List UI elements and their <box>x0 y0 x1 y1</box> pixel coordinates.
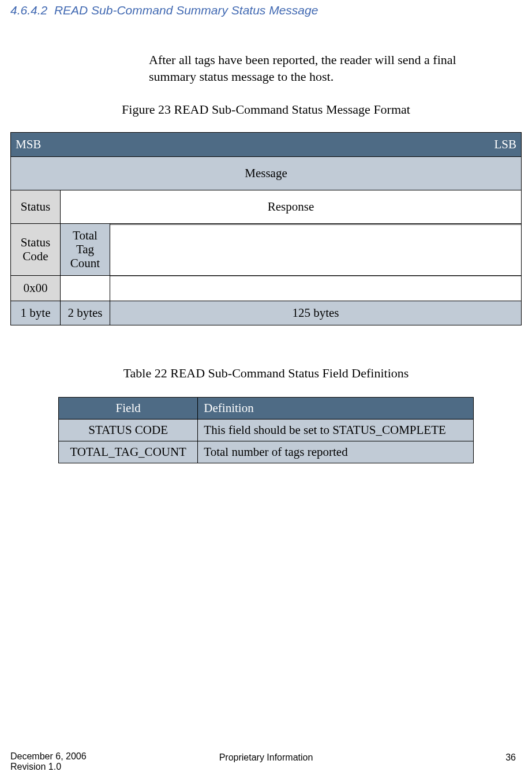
message-format-table: MSB LSB Message Status Response Status C… <box>10 132 522 325</box>
status-cell: Status <box>11 190 61 224</box>
bytes-2-cell: 2 bytes <box>61 301 110 325</box>
definition-header: Definition <box>198 397 474 419</box>
field-definitions-table: Field Definition STATUS CODE This field … <box>58 397 474 463</box>
status-code-cell: Status Code <box>11 224 61 275</box>
figure-caption: Figure 23 READ Sub-Command Status Messag… <box>97 102 435 117</box>
intro-paragraph: After all tags have been reported, the r… <box>149 52 499 85</box>
footer-center: Proprietary Information <box>10 752 522 763</box>
message-row: Message <box>11 157 522 190</box>
empty-cell-1 <box>61 275 110 301</box>
lsb-label: LSB <box>494 137 516 152</box>
field-header: Field <box>59 397 198 419</box>
total-tag-count-cell: Total Tag Count <box>61 224 110 275</box>
bytes-125-cell: 125 bytes <box>110 301 522 325</box>
section-heading: 4.6.4.2 READ Sub-Command Summary Status … <box>10 3 522 17</box>
field-cell: STATUS CODE <box>59 419 198 441</box>
footer-revision: Revision 1.0 <box>10 762 87 772</box>
response-cell: Response <box>61 190 522 224</box>
definition-cell: This field should be set to STATUS_COMPL… <box>198 419 474 441</box>
definition-cell: Total number of tags reported <box>198 441 474 463</box>
status-code-label: Status Code <box>21 235 50 263</box>
section-title: READ Sub-Command Summary Status Message <box>54 3 319 17</box>
table-row: TOTAL_TAG_COUNT Total number of tags rep… <box>59 441 474 463</box>
total-tag-count-label: Total Tag Count <box>70 229 100 270</box>
bytes-1-cell: 1 byte <box>11 301 61 325</box>
striped-empty-cell <box>110 224 522 275</box>
striped-empty-cell-2 <box>110 275 522 301</box>
footer-page: 36 <box>505 752 516 763</box>
msb-lsb-row: MSB LSB <box>11 133 522 157</box>
msb-label: MSB <box>16 137 41 152</box>
hex-value-cell: 0x00 <box>11 275 61 301</box>
field-cell: TOTAL_TAG_COUNT <box>59 441 198 463</box>
table-row: STATUS CODE This field should be set to … <box>59 419 474 441</box>
table-caption: Table 22 READ Sub-Command Status Field D… <box>10 366 522 381</box>
section-number: 4.6.4.2 <box>10 3 47 17</box>
